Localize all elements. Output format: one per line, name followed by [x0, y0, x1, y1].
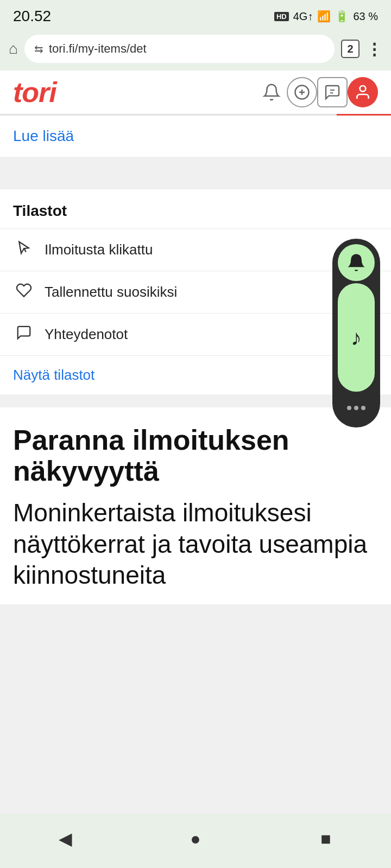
clicks-label: Ilmoitusta klikattu — [45, 241, 153, 258]
lue-lisaa-section: Lue lisää — [0, 116, 391, 157]
nav-home-button[interactable]: ● — [179, 822, 212, 855]
fab-dot-2 — [354, 406, 358, 410]
battery-icon: 🔋 — [335, 10, 349, 23]
nav-back-button[interactable]: ◀ — [49, 822, 81, 855]
hd-icon: HD — [274, 12, 289, 21]
add-listing-icon[interactable] — [287, 77, 317, 107]
browser-home-icon[interactable]: ⌂ — [9, 40, 18, 58]
tori-logo[interactable]: tori — [13, 76, 56, 108]
fab-bell-button[interactable] — [338, 244, 375, 281]
notifications-icon[interactable] — [256, 77, 287, 107]
tilastot-title: Tilastot — [13, 202, 67, 219]
signal-icon: 4G↑ — [293, 10, 313, 23]
browser-menu-icon[interactable]: ⋮ — [366, 40, 382, 59]
fab-dot-3 — [361, 406, 365, 410]
battery-percent: 63 % — [353, 10, 378, 23]
fab-music-button[interactable]: ♪ — [338, 283, 375, 392]
browser-url-box[interactable]: ⇆ tori.fi/my-items/det — [24, 35, 335, 63]
signal-bars-icon: 📶 — [317, 10, 331, 23]
tilastot-header: Tilastot — [0, 189, 391, 228]
status-icons: HD 4G↑ 📶 🔋 63 % — [274, 10, 378, 23]
message-icon — [13, 324, 35, 344]
messages-icon[interactable] — [317, 77, 348, 107]
bottom-nav: ◀ ● ■ — [0, 814, 391, 868]
browser-bar: ⌂ ⇆ tori.fi/my-items/det 2 ⋮ — [0, 30, 391, 71]
nav-recents-button[interactable]: ■ — [310, 822, 342, 855]
url-text: tori.fi/my-items/det — [49, 42, 325, 56]
paranna-body: Moninkertaista ilmoituksesi näyttökerrat… — [13, 497, 378, 591]
fab-cluster: ♪ — [332, 239, 380, 427]
gap2 — [0, 173, 391, 189]
contacts-label: Yhteydenotot — [45, 326, 128, 343]
profile-icon[interactable] — [348, 77, 378, 107]
status-bar: 20.52 HD 4G↑ 📶 🔋 63 % — [0, 0, 391, 30]
paranna-title: Paranna ilmoituksen näkyvyyttä — [13, 425, 378, 487]
heart-icon — [13, 282, 35, 302]
svg-point-5 — [360, 86, 366, 92]
section-gap — [0, 157, 391, 173]
cursor-icon — [13, 240, 35, 260]
favorites-label: Tallennettu suosikiksi — [45, 284, 177, 301]
url-scheme-icon: ⇆ — [34, 42, 43, 55]
lue-lisaa-link[interactable]: Lue lisää — [13, 127, 74, 144]
page-bottom-spacer — [0, 604, 391, 659]
status-time: 20.52 — [13, 8, 51, 25]
app-header: tori — [0, 71, 391, 116]
paranna-card: Paranna ilmoituksen näkyvyyttä Moninkert… — [0, 407, 391, 604]
fab-dot-1 — [347, 406, 351, 410]
fab-more-button[interactable] — [338, 394, 375, 422]
browser-tab-badge[interactable]: 2 — [341, 40, 360, 58]
